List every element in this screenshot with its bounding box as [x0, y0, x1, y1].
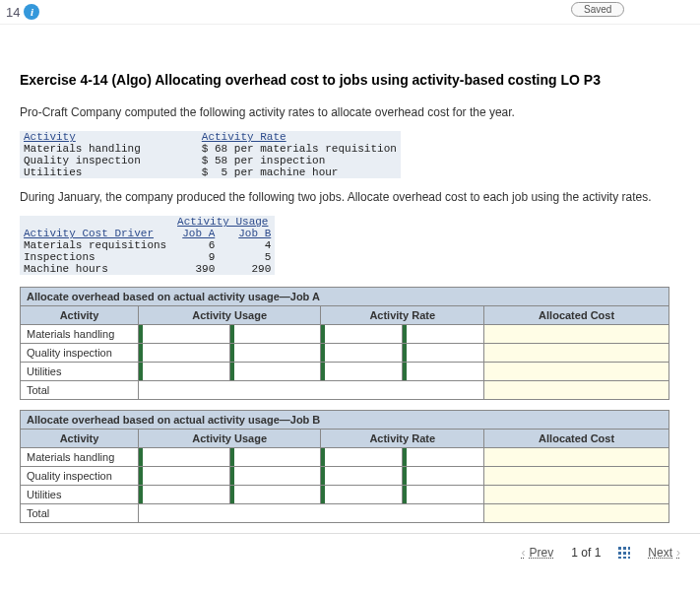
sheet-row-activity: Materials handling: [21, 448, 139, 467]
exercise-title: Exercise 4-14 (Algo) Allocating overhead…: [20, 72, 680, 88]
prev-label: Prev: [530, 546, 554, 560]
usage-qty-input[interactable]: [139, 448, 230, 467]
rate-row-rate: $ 68 per materials requisition: [198, 143, 401, 155]
sheet-section-title: Allocate overhead based on actual activi…: [21, 288, 669, 306]
usage-row-jobB: 290: [219, 263, 275, 275]
exercise-content: Exercise 4-14 (Algo) Allocating overhead…: [0, 25, 700, 533]
rate-amount-input[interactable]: [321, 344, 403, 363]
chevron-left-icon: ‹: [522, 546, 526, 560]
sheet-col-rate: Activity Rate: [321, 306, 484, 325]
allocated-cost-cell: [484, 467, 669, 486]
sheet-col-activity: Activity: [21, 430, 139, 448]
usage-row-jobA: 9: [170, 251, 219, 263]
usage-row-jobB: 4: [219, 239, 275, 251]
rate-header-rate: Activity Rate: [198, 131, 401, 143]
sheet-col-usage: Activity Usage: [139, 430, 321, 448]
rate-amount-input[interactable]: [321, 486, 403, 504]
sheet-col-activity: Activity: [21, 306, 139, 325]
usage-unit-input[interactable]: [229, 363, 321, 381]
chevron-right-icon: ›: [676, 546, 680, 560]
usage-unit-input[interactable]: [229, 467, 321, 486]
allocated-cost-cell: [484, 325, 669, 344]
usage-row-jobA: 6: [170, 239, 219, 251]
next-button[interactable]: Next ›: [648, 546, 680, 560]
usage-super-header: Activity Usage: [170, 216, 275, 228]
rate-unit-input[interactable]: [403, 325, 484, 344]
activity-rate-table: Activity Activity Rate Materials handlin…: [20, 131, 401, 178]
grid-icon[interactable]: [618, 547, 630, 559]
usage-row-driver: Inspections: [20, 251, 170, 263]
sheet-total-label: Total: [21, 381, 139, 400]
sheet-row-activity: Quality inspection: [21, 467, 139, 486]
prev-button[interactable]: ‹ Prev: [522, 546, 554, 560]
sheet-row-activity: Materials handling: [21, 325, 139, 344]
sheet-col-rate: Activity Rate: [321, 430, 484, 448]
rate-amount-input[interactable]: [321, 363, 403, 381]
usage-row-driver: Machine hours: [20, 263, 170, 275]
usage-intro: During January, the company produced the…: [20, 190, 680, 204]
usage-unit-input[interactable]: [229, 486, 321, 504]
usage-header-jobA: Job A: [170, 228, 219, 239]
usage-qty-input[interactable]: [139, 344, 230, 363]
activity-usage-table: Activity Usage Activity Cost Driver Job …: [20, 216, 275, 275]
rate-unit-input[interactable]: [403, 448, 484, 467]
rate-amount-input[interactable]: [321, 325, 403, 344]
rate-row-activity: Utilities: [20, 166, 198, 178]
rate-unit-input[interactable]: [403, 467, 484, 486]
usage-header-driver: Activity Cost Driver: [20, 228, 170, 239]
info-icon[interactable]: i: [24, 4, 39, 20]
rate-unit-input[interactable]: [403, 486, 484, 504]
allocated-cost-total: [484, 504, 669, 523]
allocated-cost-cell: [484, 344, 669, 363]
usage-unit-input[interactable]: [229, 448, 321, 467]
rate-row-rate: $ 58 per inspection: [198, 155, 401, 166]
sheet-col-cost: Allocated Cost: [484, 306, 669, 325]
usage-unit-input[interactable]: [229, 325, 321, 344]
top-bar: 14 i Saved: [0, 0, 700, 25]
question-number: 14: [6, 5, 20, 20]
allocated-cost-cell: [484, 448, 669, 467]
rate-unit-input[interactable]: [403, 363, 484, 381]
usage-qty-input[interactable]: [139, 325, 230, 344]
usage-row-driver: Materials requisitions: [20, 239, 170, 251]
usage-qty-input[interactable]: [139, 486, 230, 504]
usage-qty-input[interactable]: [139, 363, 230, 381]
allocated-cost-total: [484, 381, 669, 400]
intro-text: Pro-Craft Company computed the following…: [20, 105, 680, 119]
rate-amount-input[interactable]: [321, 448, 403, 467]
rate-unit-input[interactable]: [403, 344, 484, 363]
sheet-total-label: Total: [21, 504, 139, 523]
usage-unit-input[interactable]: [229, 344, 321, 363]
usage-row-jobA: 390: [170, 263, 219, 275]
rate-amount-input[interactable]: [321, 467, 403, 486]
sheet-section-title: Allocate overhead based on actual activi…: [21, 411, 669, 430]
rate-row-activity: Materials handling: [20, 143, 198, 155]
sheet-row-activity: Utilities: [21, 363, 139, 381]
allocated-cost-cell: [484, 363, 669, 381]
footer-nav: ‹ Prev 1 of 1 Next ›: [0, 533, 700, 571]
usage-qty-input[interactable]: [139, 467, 230, 486]
sheet-row-activity: Utilities: [21, 486, 139, 504]
sheet-col-usage: Activity Usage: [139, 306, 321, 325]
sheet-col-cost: Allocated Cost: [484, 430, 669, 448]
answer-sheet-job-a: Allocate overhead based on actual activi…: [20, 287, 669, 400]
answer-sheet-job-b: Allocate overhead based on actual activi…: [20, 410, 669, 523]
usage-row-jobB: 5: [219, 251, 275, 263]
sheet-row-activity: Quality inspection: [21, 344, 139, 363]
rate-row-rate: $ 5 per machine hour: [198, 166, 401, 178]
usage-header-jobB: Job B: [219, 228, 275, 239]
allocated-cost-cell: [484, 486, 669, 504]
page-position: 1 of 1: [571, 546, 601, 560]
next-label: Next: [648, 546, 672, 560]
rate-header-activity: Activity: [20, 131, 80, 143]
rate-row-activity: Quality inspection: [20, 155, 198, 166]
saved-badge: Saved: [571, 2, 624, 17]
